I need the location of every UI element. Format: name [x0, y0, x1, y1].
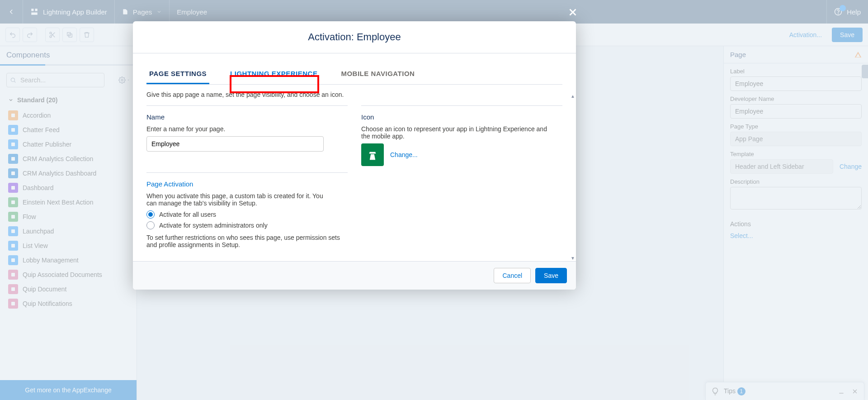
- scroll-up-icon[interactable]: ▲: [570, 92, 576, 100]
- modal-scrollbar[interactable]: ▲: [570, 92, 576, 234]
- change-icon-link[interactable]: Change...: [390, 151, 418, 158]
- name-section-help: Enter a name for your page.: [146, 125, 348, 133]
- tab-mobile-navigation[interactable]: MOBILE NAVIGATION: [338, 64, 417, 84]
- activation-footnote: To set further restrictions on who sees …: [146, 234, 341, 248]
- activation-section-help: When you activate this page, a custom ta…: [146, 192, 327, 207]
- activation-section-title: Page Activation: [146, 180, 348, 188]
- name-section-title: Name: [146, 113, 348, 121]
- radio-admins-only[interactable]: Activate for system administrators only: [146, 221, 348, 229]
- icon-section-title: Icon: [361, 113, 562, 121]
- radio-icon: [146, 221, 155, 229]
- modal-tabs: PAGE SETTINGS LIGHTNING EXPERIENCE MOBIL…: [146, 64, 562, 85]
- close-icon[interactable]: [567, 6, 579, 18]
- cancel-button[interactable]: Cancel: [494, 268, 531, 283]
- scroll-down-icon[interactable]: ▼: [571, 256, 575, 261]
- tab-lightning-experience[interactable]: LIGHTNING EXPERIENCE: [227, 64, 320, 84]
- radio-all-users-label: Activate for all users: [159, 211, 216, 218]
- name-input[interactable]: [146, 136, 324, 152]
- modal-save-button[interactable]: Save: [535, 268, 567, 283]
- tab-page-settings[interactable]: PAGE SETTINGS: [146, 64, 209, 84]
- activation-modal: Activation: Employee PAGE SETTINGS LIGHT…: [133, 21, 576, 290]
- modal-intro: Give this app page a name, set the page …: [146, 91, 562, 98]
- modal-footer: Cancel Save: [133, 261, 576, 290]
- modal-title: Activation: Employee: [133, 21, 576, 53]
- radio-icon: [146, 210, 155, 219]
- radio-admins-label: Activate for system administrators only: [159, 222, 268, 229]
- app-icon-preview: [361, 143, 384, 166]
- icon-section-help: Choose an icon to represent your app in …: [361, 125, 551, 140]
- radio-all-users[interactable]: Activate for all users: [146, 210, 348, 219]
